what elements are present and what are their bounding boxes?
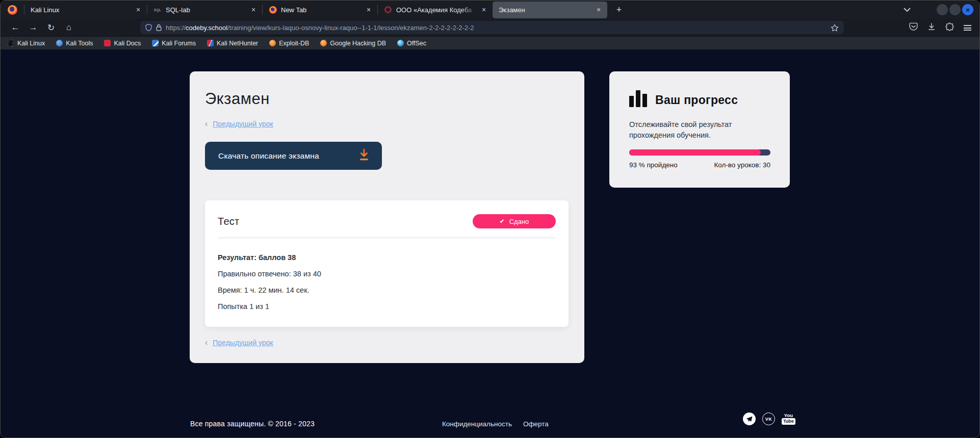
tab-close-icon[interactable]: × bbox=[479, 5, 488, 14]
list-all-tabs-chevron-icon[interactable] bbox=[904, 8, 911, 12]
bookmark-google-hacking-db[interactable]: Google Hacking DB bbox=[320, 40, 386, 47]
bookmark-kali-linux[interactable]: Kali Linux bbox=[8, 40, 45, 47]
address-bar[interactable]: https://codeby.school/training/view/kurs… bbox=[140, 21, 844, 34]
tab-label: New Tab bbox=[281, 6, 361, 14]
bookmark-kali-docs[interactable]: Kali Docs bbox=[104, 40, 141, 47]
bookmark-star-icon[interactable] bbox=[831, 24, 839, 32]
bookmark-kali-nethunter[interactable]: Kali NetHunter bbox=[207, 40, 258, 47]
progress-title: Ваш прогресс bbox=[655, 93, 738, 107]
url-domain: codeby.school bbox=[186, 24, 227, 32]
kali-tools-icon bbox=[56, 40, 63, 46]
bookmark-kali-forums[interactable]: Kali Forums bbox=[152, 40, 196, 47]
chevron-left-icon: ‹ bbox=[205, 338, 208, 347]
navigation-toolbar: ← → ↻ ⌂ https://codeby.school/training/v… bbox=[1, 19, 979, 36]
divider bbox=[218, 238, 556, 238]
tracking-protection-shield-icon[interactable] bbox=[145, 24, 152, 31]
tab-bar: Kali Linux × SQL SQL-lab × New Tab × ООО… bbox=[1, 1, 979, 19]
lessons-count-label: Кол-во уроков: 30 bbox=[714, 161, 770, 169]
kali-docs-icon bbox=[104, 40, 111, 46]
previous-lesson-link[interactable]: Предыдущий урок bbox=[213, 339, 273, 347]
bookmarks-toolbar: Kali Linux Kali Tools Kali Docs Kali For… bbox=[1, 36, 979, 49]
application-menu-icon[interactable] bbox=[964, 25, 971, 31]
tab-ekzamen-active[interactable]: Экзамен × bbox=[493, 2, 607, 18]
tab-close-icon[interactable]: × bbox=[594, 5, 603, 14]
tab-label: ООО «Академия Кодеба bbox=[396, 6, 476, 14]
telegram-icon[interactable] bbox=[743, 413, 756, 425]
exploit-db-icon bbox=[269, 40, 276, 46]
offsec-icon bbox=[397, 40, 404, 46]
bookmark-offsec[interactable]: OffSec bbox=[397, 40, 426, 47]
google-hacking-db-icon bbox=[320, 40, 327, 46]
progress-card: Ваш прогресс Отслеживайте свой результат… bbox=[609, 71, 790, 188]
back-icon[interactable]: ← bbox=[8, 20, 23, 35]
status-badge-passed: ✔ Сдано bbox=[473, 214, 556, 228]
page-content: Экзамен ‹ Предыдущий урок Скачать описан… bbox=[1, 49, 979, 437]
kali-nethunter-icon bbox=[207, 40, 214, 46]
codeby-favicon bbox=[384, 6, 392, 13]
result-attempt-line: Попытка 1 из 1 bbox=[218, 302, 556, 311]
tab-label: SQL-lab bbox=[166, 6, 246, 14]
close-window-button[interactable]: × bbox=[962, 4, 973, 15]
tab-kali-linux[interactable]: Kali Linux × bbox=[24, 1, 147, 19]
sql-lab-favicon: SQL bbox=[153, 6, 162, 14]
url-text: https://codeby.school/training/view/kurs… bbox=[166, 24, 474, 32]
progress-description: Отслеживайте свой результат прохождения … bbox=[629, 119, 757, 141]
bar-chart-icon bbox=[629, 90, 647, 107]
download-exam-description-button[interactable]: Скачать описание экзамна bbox=[205, 142, 382, 170]
footer-copyright: Все права защищены. © 2016 - 2023 bbox=[190, 420, 315, 428]
forward-icon[interactable]: → bbox=[25, 20, 41, 35]
progress-percent-label: 93 % пройдено bbox=[629, 161, 678, 169]
result-time-line: Время: 1 ч. 22 мин. 14 сек. bbox=[218, 286, 556, 294]
lock-icon[interactable] bbox=[156, 24, 162, 31]
home-icon[interactable]: ⌂ bbox=[61, 20, 76, 35]
firefox-pinned-tab-icon[interactable] bbox=[8, 5, 17, 15]
result-score-line: Результат: баллов 38 bbox=[218, 253, 556, 262]
check-icon: ✔ bbox=[500, 218, 505, 225]
tab-academy-codeby[interactable]: ООО «Академия Кодеба × bbox=[378, 1, 493, 19]
browser-window: Kali Linux × SQL SQL-lab × New Tab × ООО… bbox=[0, 0, 980, 438]
kali-dragon-icon bbox=[8, 40, 14, 46]
tab-label: Экзамен bbox=[499, 6, 591, 14]
maximize-button[interactable] bbox=[949, 4, 961, 15]
kali-forums-icon bbox=[152, 40, 159, 46]
downloads-icon[interactable] bbox=[927, 22, 936, 33]
pocket-icon[interactable] bbox=[909, 22, 918, 33]
footer-link-offer[interactable]: Оферта bbox=[523, 420, 549, 428]
page-title: Экзамен bbox=[205, 90, 569, 108]
reload-icon[interactable]: ↻ bbox=[43, 20, 59, 35]
minimize-button[interactable] bbox=[937, 4, 948, 15]
progress-bar bbox=[629, 149, 770, 156]
progress-bar-fill bbox=[629, 149, 761, 156]
test-result-card: Тест ✔ Сдано Результат: баллов 38 Правил… bbox=[205, 200, 569, 327]
bookmark-exploit-db[interactable]: Exploit-DB bbox=[269, 40, 309, 47]
tab-sql-lab[interactable]: SQL SQL-lab × bbox=[147, 1, 262, 19]
vk-icon[interactable]: VK bbox=[762, 413, 775, 425]
bookmark-kali-tools[interactable]: Kali Tools bbox=[56, 40, 93, 47]
extensions-puzzle-icon[interactable] bbox=[945, 22, 954, 33]
tab-new-tab[interactable]: New Tab × bbox=[263, 1, 377, 19]
tab-label: Kali Linux bbox=[31, 6, 131, 14]
tab-close-icon[interactable]: × bbox=[364, 5, 373, 14]
previous-lesson-link-bottom: ‹ Предыдущий урок bbox=[205, 338, 569, 347]
youtube-icon[interactable]: You Tube bbox=[782, 413, 795, 425]
tab-close-icon[interactable]: × bbox=[134, 5, 143, 14]
test-title: Тест bbox=[218, 216, 240, 227]
result-correct-line: Правильно отвечено: 38 из 40 bbox=[218, 270, 556, 278]
footer-link-privacy[interactable]: Конфиденциальность bbox=[442, 420, 512, 428]
tab-close-icon[interactable]: × bbox=[249, 5, 258, 14]
previous-lesson-link-top: ‹ Предыдущий урок bbox=[205, 119, 569, 128]
firefox-favicon bbox=[269, 6, 277, 14]
previous-lesson-link[interactable]: Предыдущий урок bbox=[213, 120, 273, 128]
exam-card: Экзамен ‹ Предыдущий урок Скачать описан… bbox=[190, 71, 584, 363]
download-icon bbox=[358, 148, 370, 163]
chevron-left-icon: ‹ bbox=[205, 119, 208, 128]
new-tab-button[interactable]: + bbox=[612, 3, 626, 16]
